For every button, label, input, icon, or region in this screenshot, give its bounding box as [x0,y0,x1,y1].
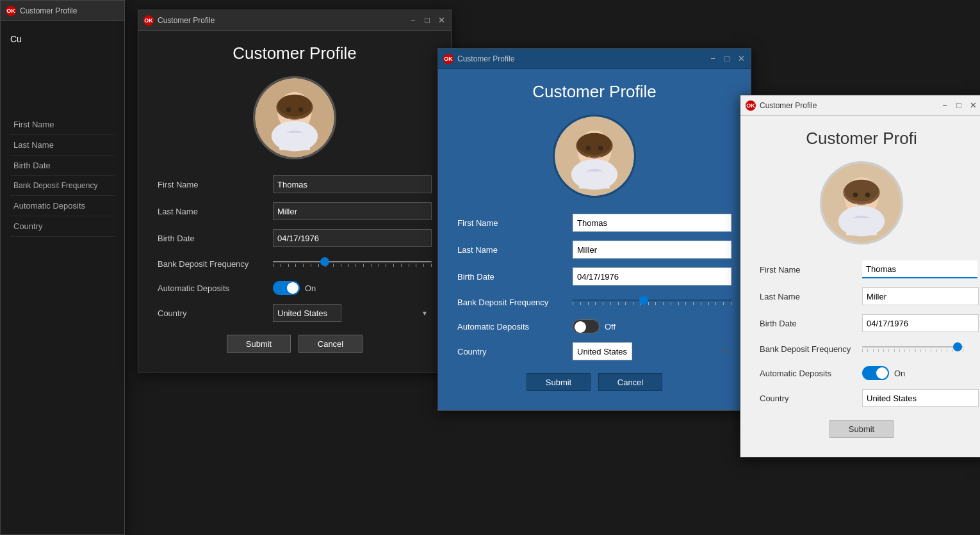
win2-close[interactable]: ✕ [737,54,746,63]
titlebar-3: OK Customer Profile − □ ✕ [740,95,980,116]
win3-toggle[interactable] [862,366,889,380]
win2-submit-button[interactable]: Submit [527,373,591,391]
app-icon-0: OK [6,6,16,16]
sidebar-item-bankdeposit[interactable]: Bank Deposit Frequency [10,176,115,196]
win3-firstname-input[interactable] [862,260,977,278]
win1-minimize[interactable]: − [409,16,418,25]
win2-bankdeposit-row: Bank Deposit Frequency [457,294,731,310]
win1-lastname-row: Last Name [158,202,432,220]
win1-form-area: Customer Profile First Name [138,31,451,372]
win2-cancel-button[interactable]: Cancel [598,373,662,391]
svg-rect-23 [846,217,877,236]
svg-rect-15 [579,170,610,189]
win1-lastname-label: Last Name [158,207,273,216]
svg-point-3 [277,95,311,116]
sidebar-item-country[interactable]: Country [10,216,115,237]
win1-birthdate-label: Birth Date [158,234,273,243]
win1-bankdeposit-row: Bank Deposit Frequency [158,256,432,272]
win1-country-select[interactable]: United States Canada United Kingdom [273,304,341,322]
sidebar-item-lastname[interactable]: Last Name [10,135,115,156]
win2-toggle-container: Off [573,319,616,333]
win3-slider[interactable] [862,341,963,357]
win1-autodeposit-label: Automatic Deposits [158,283,273,293]
win3-lastname-input[interactable] [862,287,979,305]
win3-lastname-row: Last Name [760,287,963,305]
win3-firstname-label: First Name [760,265,862,275]
win2-autodeposit-label: Automatic Deposits [457,322,573,331]
win2-heading: Customer Profile [457,82,731,102]
win2-minimize[interactable]: − [708,54,717,63]
win1-toggle-label: On [305,283,316,293]
win1-slider[interactable] [273,256,432,272]
sidebar-item-firstname[interactable]: First Name [10,115,115,135]
win2-country-wrapper: United States Canada ▼ [573,342,731,360]
app-icon-2: OK [443,54,453,64]
win1-autodeposit-row: Automatic Deposits On [158,281,432,295]
win3-button-row: Submit [760,420,963,438]
win2-slider[interactable] [573,294,731,310]
win2-country-label: Country [457,347,573,356]
win2-button-row: Submit Cancel [457,373,731,391]
titlebar-0: OK Customer Profile [1,1,124,21]
svg-point-11 [577,133,611,155]
win1-lastname-input[interactable] [273,202,432,220]
win2-maximize[interactable]: □ [723,54,731,63]
app-icon-1: OK [143,15,154,26]
win1-firstname-input[interactable] [273,175,432,193]
win3-birthdate-input[interactable] [862,314,979,332]
win1-toggle-container: On [273,281,316,295]
win1-firstname-row: First Name [158,175,432,193]
win3-submit-button[interactable]: Submit [829,420,894,438]
svg-rect-7 [279,132,310,150]
win2-lastname-row: Last Name [457,241,731,259]
svg-point-5 [298,108,304,113]
win3-country-label: Country [760,394,862,403]
win1-cancel-button[interactable]: Cancel [298,335,363,353]
svg-point-13 [598,146,603,151]
win3-minimize[interactable]: − [940,101,949,110]
win2-birthdate-row: Birth Date [457,268,731,285]
win2-firstname-input[interactable] [573,214,731,232]
win3-close[interactable]: ✕ [968,101,977,110]
win2-bankdeposit-label: Bank Deposit Frequency [457,298,573,307]
win3-toggle-container: On [862,366,905,380]
win2-birthdate-label: Birth Date [457,272,573,282]
win0-heading: Cu [10,34,115,44]
svg-point-20 [853,193,858,198]
win1-bankdeposit-label: Bank Deposit Frequency [158,259,273,269]
win0-form-area: Cu First Name Last Name Birth Date Bank … [1,21,124,250]
win3-avatar [820,161,903,244]
win3-lastname-label: Last Name [760,292,862,301]
win1-submit-button[interactable]: Submit [227,335,291,353]
win2-birthdate-input[interactable] [573,268,731,285]
win1-close[interactable]: ✕ [437,16,446,25]
win0-title: Customer Profile [20,6,77,15]
win1-birthdate-input[interactable] [273,229,432,247]
win2-country-select[interactable]: United States Canada [573,342,632,360]
win1-button-row: Submit Cancel [158,335,432,353]
win3-autodeposit-row: Automatic Deposits On [760,366,963,380]
sidebar-item-birthdate[interactable]: Birth Date [10,156,115,176]
win3-country-input[interactable] [862,389,979,407]
sidebar-item-autodeposit[interactable]: Automatic Deposits [10,196,115,216]
win3-bankdeposit-label: Bank Deposit Frequency [760,344,862,354]
win3-firstname-row: First Name [760,260,963,278]
win3-maximize[interactable]: □ [954,101,963,110]
titlebar-1: OK Customer Profile − □ ✕ [138,10,451,31]
win2-country-row: Country United States Canada ▼ [457,342,731,360]
win1-maximize[interactable]: □ [423,16,432,25]
win1-avatar [253,76,336,159]
win1-firstname-label: First Name [158,180,273,189]
win2-toggle-label: Off [605,322,616,331]
win1-country-wrapper: United States Canada United Kingdom ▼ [273,304,432,322]
win3-country-row: Country [760,389,963,407]
win2-controls: − □ ✕ [708,54,746,63]
win1-birthdate-row: Birth Date [158,229,432,247]
svg-point-4 [286,108,291,113]
win3-autodeposit-label: Automatic Deposits [760,369,862,378]
win2-toggle[interactable] [573,319,600,333]
win1-toggle[interactable] [273,281,300,295]
win3-bankdeposit-row: Bank Deposit Frequency [760,341,963,357]
win2-lastname-input[interactable] [573,241,731,259]
win2-avatar [553,115,636,198]
